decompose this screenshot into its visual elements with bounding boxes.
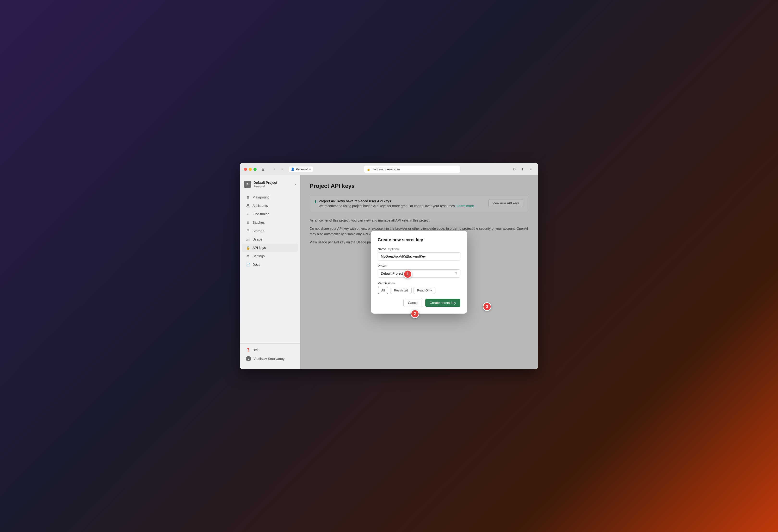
sidebar-item-label: Help <box>252 348 259 352</box>
browser-window: ⊟ ‹ › 👤 Personal ▾ 🔒 platform.openai.com… <box>240 163 538 369</box>
project-sub: Personal <box>253 185 277 188</box>
sidebar-item-batches[interactable]: ⊟ Batches <box>242 218 298 227</box>
svg-rect-3 <box>249 238 249 241</box>
sidebar-item-label: Fine-tuning <box>252 212 269 216</box>
sidebar-toggle[interactable]: ⊟ <box>259 166 266 172</box>
batches-icon: ⊟ <box>246 220 250 225</box>
sidebar-item-label: Usage <box>252 237 262 241</box>
sidebar-item-label: Playground <box>252 195 269 199</box>
modal-overlay[interactable]: 1 2 3 Create new secret key Name Optiona… <box>300 175 538 369</box>
forward-button[interactable]: › <box>279 166 286 172</box>
permissions-group: Permissions All Restricted Read Only <box>378 281 460 294</box>
project-form-group: Project Default Project ⇅ <box>378 264 460 278</box>
perm-restricted-button[interactable]: Restricted <box>390 287 411 294</box>
sidebar-item-user[interactable]: V Vladislav Smolyanoy <box>242 354 298 363</box>
sidebar-item-storage[interactable]: 🗄 Storage <box>242 227 298 235</box>
project-select[interactable]: Default Project <box>378 270 460 278</box>
sidebar-item-label: Docs <box>252 262 260 267</box>
sidebar-item-assistants[interactable]: Assistants <box>242 202 298 210</box>
usage-icon <box>246 237 250 241</box>
sidebar-item-api-keys[interactable]: 🔒 API keys <box>242 244 298 252</box>
user-avatar: V <box>246 356 251 361</box>
back-button[interactable]: ‹ <box>271 166 278 172</box>
fullscreen-button[interactable] <box>253 168 257 171</box>
browser-chrome: ⊟ ‹ › 👤 Personal ▾ 🔒 platform.openai.com… <box>240 163 538 175</box>
sidebar-item-playground[interactable]: ⊞ Playground <box>242 193 298 201</box>
modal-title: Create new secret key <box>378 237 460 242</box>
sidebar-nav: ⊞ Playground Assistants ✦ Fine-tuning ⊟ … <box>240 192 300 341</box>
sidebar-item-settings[interactable]: ⚙ Settings <box>242 252 298 260</box>
nav-controls: ‹ › <box>271 166 286 172</box>
svg-rect-1 <box>246 240 247 241</box>
project-name: Default Project <box>253 181 277 185</box>
cancel-button[interactable]: Cancel <box>403 299 423 307</box>
name-input[interactable] <box>378 252 460 260</box>
step-badge-1: 1 <box>403 270 412 279</box>
project-selector[interactable]: P Default Project Personal <box>244 181 277 188</box>
name-label: Name Optional <box>378 247 460 251</box>
profile-button[interactable]: 👤 Personal ▾ <box>289 166 313 172</box>
project-avatar: P <box>244 181 251 188</box>
sidebar: P Default Project Personal ▾ ⊞ Playgroun… <box>240 175 300 369</box>
docs-icon: 📄 <box>246 262 250 267</box>
browser-actions: ↻ ⬆ + <box>511 166 534 172</box>
optional-label: Optional <box>388 247 399 251</box>
name-form-group: Name Optional <box>378 247 460 260</box>
user-name-label: Vladislav Smolyanoy <box>253 357 285 361</box>
minimize-button[interactable] <box>249 168 252 171</box>
sidebar-item-label: Assistants <box>252 204 268 208</box>
perm-read-only-button[interactable]: Read Only <box>413 287 436 294</box>
settings-icon: ⚙ <box>246 254 250 258</box>
main-content: Project API keys ℹ Project API keys have… <box>300 175 538 369</box>
sidebar-item-usage[interactable]: Usage <box>242 235 298 243</box>
share-icon[interactable]: ⬆ <box>519 166 526 172</box>
create-secret-key-modal: Create new secret key Name Optional Proj… <box>371 231 467 314</box>
help-icon: ❓ <box>246 348 250 352</box>
permissions-label: Permissions <box>378 281 460 285</box>
sidebar-footer: ❓ Help V Vladislav Smolyanoy <box>240 344 300 366</box>
step-badge-2: 2 <box>411 309 419 318</box>
profile-label: Personal <box>296 167 308 171</box>
url-bar[interactable]: 🔒 platform.openai.com <box>364 165 460 173</box>
project-label: Project <box>378 264 460 268</box>
chevron-down-icon[interactable]: ▾ <box>295 182 296 186</box>
project-select-wrapper: Default Project ⇅ <box>378 270 460 278</box>
sidebar-item-label: Settings <box>252 254 265 258</box>
new-tab-icon[interactable]: + <box>527 166 534 172</box>
profile-icon: 👤 <box>291 167 295 171</box>
svg-rect-2 <box>248 239 248 241</box>
chevron-down-icon: ▾ <box>309 167 311 171</box>
url-text: platform.openai.com <box>372 167 400 171</box>
sidebar-header: P Default Project Personal ▾ <box>240 179 300 192</box>
modal-footer: Cancel Create secret key <box>378 299 460 307</box>
sidebar-item-label: Batches <box>252 221 265 224</box>
svg-point-0 <box>247 204 249 206</box>
playground-icon: ⊞ <box>246 195 250 200</box>
traffic-lights <box>244 168 257 171</box>
close-button[interactable] <box>244 168 247 171</box>
storage-icon: 🗄 <box>246 229 250 233</box>
perm-all-button[interactable]: All <box>378 287 388 294</box>
sidebar-item-fine-tuning[interactable]: ✦ Fine-tuning <box>242 210 298 218</box>
permissions-options: All Restricted Read Only <box>378 287 460 294</box>
sidebar-item-help[interactable]: ❓ Help <box>242 346 298 354</box>
create-secret-key-button[interactable]: Create secret key <box>425 299 460 307</box>
sidebar-item-docs[interactable]: 📄 Docs <box>242 260 298 269</box>
sidebar-item-label: API keys <box>252 246 266 250</box>
app-container: P Default Project Personal ▾ ⊞ Playgroun… <box>240 175 538 369</box>
refresh-icon[interactable]: ↻ <box>511 166 518 172</box>
api-keys-icon: 🔒 <box>246 245 250 250</box>
lock-icon: 🔒 <box>367 168 370 171</box>
sidebar-item-label: Storage <box>252 229 264 233</box>
assistants-icon <box>246 204 250 208</box>
project-info: Default Project Personal <box>253 181 277 188</box>
fine-tuning-icon: ✦ <box>246 212 250 216</box>
step-badge-3: 3 <box>483 302 491 311</box>
